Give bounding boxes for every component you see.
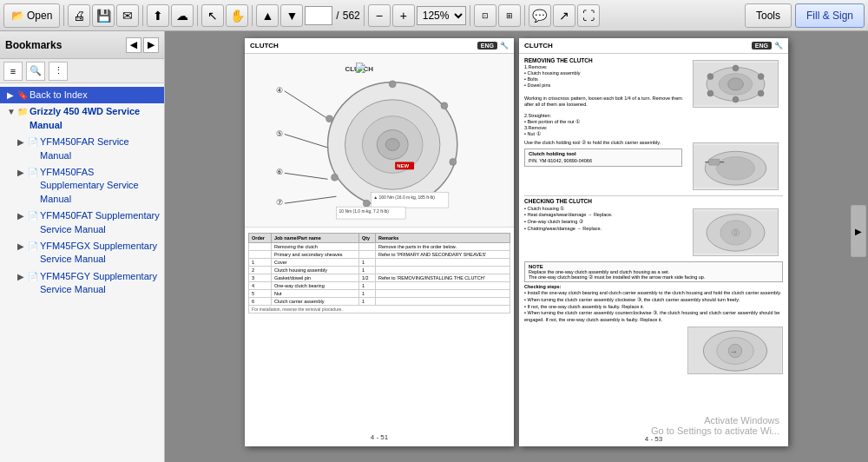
sidebar-item-grizzly450[interactable]: ▼ 📁 Grizzly 450 4WD Service Manual — [0, 103, 164, 134]
zoom-in-button[interactable]: + — [392, 4, 415, 27]
separator-4 — [252, 5, 253, 26]
col-remarks: Remarks — [376, 234, 510, 243]
bookmark-icon-back: 🔖 — [17, 89, 30, 102]
table-row: 4 One-way clutch bearing 1 — [249, 282, 510, 290]
checking-items: • Clutch housing ① • Heat damage/wear/da… — [524, 206, 682, 259]
open-icon: 📂 — [11, 10, 24, 22]
sidebar-collapse-button[interactable]: ◀ — [126, 37, 141, 53]
zoom-out-button[interactable]: − — [368, 4, 391, 27]
motor-icon-right: 🔧 — [774, 42, 783, 50]
separator-7 — [524, 5, 525, 26]
prev-page-button[interactable]: ▲ — [256, 4, 279, 27]
doc-icon-yfm45fgy: 📄 — [28, 271, 40, 283]
col-jobname: Job name/Part name — [271, 234, 358, 243]
svg-line-7 — [285, 196, 337, 203]
thumb-image-1 — [693, 60, 779, 108]
svg-point-14 — [441, 102, 448, 109]
page-number-input[interactable]: 5 — [305, 6, 332, 25]
sidebar-options-button[interactable]: ⋮ — [49, 62, 68, 81]
svg-point-19 — [326, 116, 332, 122]
clutch-label-left: CLUTCH — [250, 42, 279, 50]
tool-note-box: Clutch holding tool P/N. YM-91042, 90890… — [524, 148, 682, 167]
cursor-button[interactable]: ↖ — [201, 4, 224, 27]
email-button[interactable]: ✉ — [116, 4, 139, 27]
svg-point-35 — [707, 90, 713, 96]
svg-text:⑦: ⑦ — [276, 198, 283, 207]
sidebar-item-yfm450fas[interactable]: ▶ 📄 YFM450FAS Supplementary Service Manu… — [0, 164, 164, 208]
fill-sign-button[interactable]: Fill & Sign — [795, 3, 865, 28]
save-button[interactable]: 💾 — [92, 4, 115, 27]
separator-3 — [197, 5, 198, 26]
page-header-left: CLUTCH ENG 🔧 — [245, 38, 514, 54]
fit-page-button[interactable]: ⊞ — [498, 4, 521, 27]
windows-watermark: Activate Windows Go to Settings to activ… — [651, 415, 779, 436]
fit-width-button[interactable]: ⊡ — [474, 4, 496, 27]
hand-button[interactable]: ✋ — [226, 4, 248, 27]
next-page-button[interactable]: ▼ — [280, 4, 303, 27]
print-button[interactable]: 🖨 — [68, 4, 90, 27]
open-button[interactable]: 📂 Open — [3, 3, 60, 28]
sidebar-item-yfm45fgx[interactable]: ▶ 📄 YFM45FGX Supplementary Service Manua… — [0, 238, 164, 268]
thumb-image-4: → — [687, 327, 783, 374]
table-row: 5 Nut 1 — [249, 290, 510, 298]
checking-steps-text: Checking steps: • Install the one-way cl… — [524, 284, 783, 324]
sidebar-item-yfm45fgy[interactable]: ▶ 📄 YFM45FGY Supplementary Service Manua… — [0, 268, 164, 299]
svg-point-15 — [450, 158, 457, 165]
svg-text:10 Nm (1.0 m·kg, 7.2 ft·lb): 10 Nm (1.0 m·kg, 7.2 ft·lb) — [339, 209, 389, 214]
step3-text: Use the clutch holding tool ② to hold th… — [524, 140, 682, 193]
svg-line-5 — [285, 173, 328, 179]
pdf-page-left: CLUTCH ENG 🔧 ④ ⑤ — [245, 38, 514, 446]
next-page-arrow[interactable]: ▶ — [851, 205, 866, 257]
share-button[interactable]: ↗ — [553, 4, 575, 27]
svg-point-17 — [363, 200, 370, 207]
comment-button[interactable]: 💬 — [529, 4, 551, 27]
page-content-right: CLUTCH ENG 🔧 REMOVING THE CLUTCH 1.Remov… — [519, 38, 788, 446]
pdf-page-right: CLUTCH ENG 🔧 REMOVING THE CLUTCH 1.Remov… — [519, 38, 788, 446]
svg-text:⓪: ⓪ — [732, 228, 740, 237]
table-row: 6 Clutch carrier assembly 1 — [249, 298, 510, 306]
doc-icon-yfm450fas: 📄 — [28, 167, 40, 179]
col-order: Order — [249, 234, 272, 243]
expand-icon-yfm45fgy: ▶ — [17, 271, 28, 283]
pdf-content-area: CLUTCH ENG 🔧 ④ ⑤ — [165, 31, 868, 462]
expand-icon-yfm450far: ▶ — [17, 136, 28, 148]
cloud-button[interactable]: ☁ — [171, 4, 194, 27]
doc-icon-yfm45fgx: 📄 — [28, 241, 40, 253]
fullscreen-button[interactable]: ⛶ — [577, 4, 600, 27]
sidebar-item-label-yfm450far: YFM450FAR Service Manual — [40, 135, 161, 162]
svg-text:→: → — [729, 346, 738, 356]
checking-title: CHECKING THE CLUTCH — [524, 195, 783, 204]
upload-button[interactable]: ⬆ — [147, 4, 169, 27]
tools-button[interactable]: Tools — [745, 3, 792, 28]
separator-1 — [63, 5, 64, 26]
search-icon[interactable]: 🔍 — [26, 62, 45, 81]
sidebar-item-yfm450fat[interactable]: ▶ 📄 YFM450FAT Supplementary Service Manu… — [0, 208, 164, 238]
doc-icon-yfm450fat: 📄 — [28, 210, 40, 222]
expand-icon-grizzly: ▼ — [7, 106, 17, 118]
separator-2 — [142, 5, 143, 26]
removing-title: REMOVING THE CLUTCH — [524, 57, 682, 63]
zoom-select[interactable]: 50% 75% 100% 125% 150% 200% — [417, 6, 466, 25]
note-box-checking: NOTE Replace the one-way clutch assembly… — [524, 261, 783, 282]
sidebar-item-label-yfm450fat: YFM450FAT Supplementary Service Manual — [40, 209, 161, 236]
page-header-right: CLUTCH ENG 🔧 — [519, 38, 788, 54]
sidebar-item-label-back: Back to Index — [30, 89, 161, 102]
svg-point-12 — [385, 139, 399, 151]
table-row: 2 Clutch housing assembly 1 — [249, 267, 510, 274]
sidebar: Bookmarks ◀ ▶ ≡ 🔍 ⋮ ▶ 🔖 Back to Index ▼ … — [0, 31, 165, 462]
table-row: Removing the clutch Remove the parts in … — [249, 243, 510, 251]
sidebar-item-back-to-index[interactable]: ▶ 🔖 Back to Index — [0, 87, 164, 103]
expand-icon-yfm45fgx: ▶ — [17, 241, 28, 253]
sidebar-title: Bookmarks — [5, 39, 62, 51]
sidebar-item-yfm450far[interactable]: ▶ 📄 YFM450FAR Service Manual — [0, 134, 164, 164]
separator-6 — [470, 5, 470, 26]
bookmark-icon[interactable]: ≡ — [3, 62, 23, 81]
svg-point-30 — [727, 78, 743, 90]
expand-icon-yfm450fas: ▶ — [17, 167, 28, 179]
sidebar-expand-button[interactable]: ▶ — [143, 37, 159, 53]
sidebar-item-label-yfm45fgy: YFM45FGY Supplementary Service Manual — [40, 270, 161, 297]
toolbar-right: Tools Fill & Sign — [745, 3, 865, 28]
step1-text: 1.Remove: • Clutch housing assembly • Bo… — [524, 64, 682, 108]
table-row: 3 Gasket/dowel pin 1/2 Refer to 'REMOVIN… — [249, 274, 510, 282]
separator-5 — [364, 5, 365, 26]
